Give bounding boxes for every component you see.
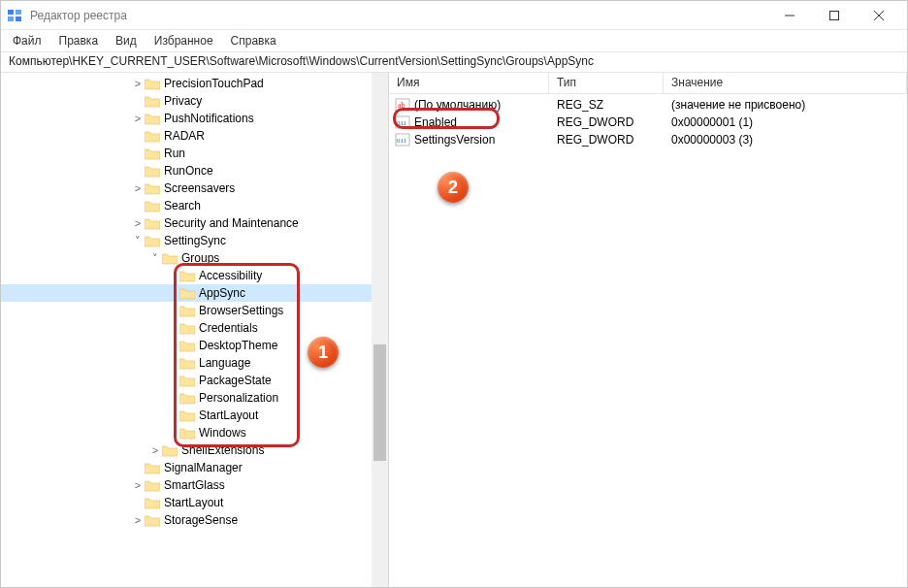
- tree-item[interactable]: >StorageSense: [1, 511, 388, 529]
- value-name: (По умолчанию): [414, 98, 501, 112]
- value-type: REG_DWORD: [549, 115, 664, 129]
- tree-item[interactable]: StartLayout: [1, 407, 388, 424]
- expand-icon[interactable]: ˅: [131, 235, 145, 247]
- tree-item-label: RunOnce: [164, 164, 213, 178]
- expand-icon[interactable]: >: [148, 444, 162, 456]
- tree-item[interactable]: AppSync: [1, 284, 388, 302]
- values-header: Имя Тип Значение: [389, 73, 907, 94]
- menu-edit[interactable]: Правка: [51, 32, 107, 49]
- svg-rect-2: [8, 16, 14, 21]
- tree-item-label: AppSync: [199, 286, 245, 300]
- value-data: 0x00000003 (3): [664, 133, 907, 147]
- tree-item[interactable]: >SmartGlass: [1, 476, 388, 494]
- tree-item-label: Credentials: [199, 321, 258, 335]
- value-row[interactable]: 011EnabledREG_DWORD0x00000001 (1): [389, 114, 907, 131]
- tree-item[interactable]: Search: [1, 197, 388, 214]
- expand-icon[interactable]: >: [131, 217, 145, 229]
- tree-item[interactable]: >Security and Maintenance: [1, 214, 388, 232]
- tree-item[interactable]: BrowserSettings: [1, 302, 388, 319]
- svg-rect-3: [16, 16, 21, 21]
- tree-item[interactable]: Windows: [1, 424, 388, 441]
- menu-help[interactable]: Справка: [223, 32, 284, 49]
- menubar: Файл Правка Вид Избранное Справка: [1, 30, 907, 51]
- tree-item[interactable]: Accessibility: [1, 267, 388, 284]
- tree-item-label: StorageSense: [164, 513, 238, 527]
- expand-icon[interactable]: >: [131, 479, 145, 491]
- tree-item-label: PushNotifications: [164, 112, 254, 125]
- minimize-button[interactable]: [767, 1, 812, 30]
- tree-item[interactable]: ˅Groups: [1, 249, 388, 267]
- tree-item-label: Security and Maintenance: [164, 216, 299, 230]
- folder-icon: [145, 94, 160, 108]
- menu-favorites[interactable]: Избранное: [146, 32, 221, 49]
- tree-item[interactable]: >PrecisionTouchPad: [1, 75, 388, 92]
- value-name: Enabled: [414, 115, 457, 129]
- tree-item-label: Accessibility: [199, 269, 262, 282]
- folder-icon: [145, 234, 160, 247]
- tree-item[interactable]: >Screensavers: [1, 180, 388, 197]
- value-name: SettingsVersion: [414, 133, 495, 147]
- col-name[interactable]: Имя: [389, 73, 549, 93]
- regedit-window: Редактор реестра Файл Правка Вид Избранн…: [0, 0, 908, 588]
- window-controls: [767, 1, 901, 30]
- folder-icon: [145, 496, 160, 509]
- content-area: >PrecisionTouchPadPrivacy>PushNotificati…: [1, 73, 907, 587]
- tree-item-label: Language: [199, 356, 250, 370]
- folder-icon: [179, 408, 195, 422]
- tree-item-label: DesktopTheme: [199, 339, 277, 352]
- tree-item[interactable]: >ShellExtensions: [1, 441, 388, 459]
- tree-item[interactable]: >PushNotifications: [1, 110, 388, 127]
- tree-item[interactable]: ˅SettingSync: [1, 232, 388, 249]
- tree-item-label: Windows: [199, 426, 246, 440]
- expand-icon[interactable]: >: [131, 514, 145, 526]
- folder-icon: [145, 112, 160, 125]
- expand-icon[interactable]: >: [131, 78, 145, 89]
- tree-item-label: SignalManager: [164, 461, 243, 474]
- menu-file[interactable]: Файл: [5, 32, 49, 49]
- tree-item[interactable]: Privacy: [1, 92, 388, 110]
- folder-icon: [179, 286, 195, 300]
- address-bar[interactable]: Компьютер\HKEY_CURRENT_USER\Software\Mic…: [1, 51, 907, 73]
- tree-item-label: StartLayout: [199, 408, 258, 422]
- maximize-button[interactable]: [812, 1, 857, 30]
- expand-icon[interactable]: >: [131, 113, 145, 124]
- tree-item[interactable]: Run: [1, 145, 388, 162]
- values-list[interactable]: ab(По умолчанию)REG_SZ(значение не присв…: [389, 94, 907, 587]
- tree-item-label: PrecisionTouchPad: [164, 77, 264, 90]
- dword-icon: 011: [395, 115, 410, 129]
- tree-scrollbar[interactable]: [372, 73, 388, 587]
- tree-item-label: Search: [164, 199, 201, 212]
- folder-icon: [145, 216, 160, 230]
- col-value[interactable]: Значение: [664, 73, 907, 93]
- tree-item-label: Screensavers: [164, 181, 235, 195]
- tree-item[interactable]: StartLayout: [1, 494, 388, 511]
- expand-icon[interactable]: ˅: [148, 252, 162, 265]
- folder-icon: [145, 147, 160, 160]
- value-data: 0x00000001 (1): [664, 115, 907, 129]
- col-type[interactable]: Тип: [549, 73, 664, 93]
- tree-item[interactable]: RADAR: [1, 127, 388, 145]
- tree-item[interactable]: Personalization: [1, 389, 388, 407]
- value-row[interactable]: ab(По умолчанию)REG_SZ(значение не присв…: [389, 96, 907, 114]
- regedit-icon: [7, 8, 22, 23]
- tree-item-label: Personalization: [199, 391, 278, 405]
- tree-item-label: Groups: [181, 251, 219, 265]
- tree-item[interactable]: Language: [1, 354, 388, 372]
- tree-item[interactable]: RunOnce: [1, 162, 388, 180]
- folder-icon: [145, 478, 160, 492]
- close-button[interactable]: [857, 1, 901, 30]
- registry-tree[interactable]: >PrecisionTouchPadPrivacy>PushNotificati…: [1, 73, 388, 531]
- scrollbar-thumb[interactable]: [373, 344, 386, 461]
- tree-item[interactable]: Credentials: [1, 319, 388, 337]
- menu-view[interactable]: Вид: [108, 32, 145, 49]
- window-title: Редактор реестра: [30, 9, 767, 22]
- expand-icon[interactable]: >: [131, 182, 145, 194]
- svg-text:011: 011: [397, 137, 407, 145]
- tree-item[interactable]: PackageState: [1, 372, 388, 389]
- folder-icon: [179, 391, 195, 405]
- tree-item[interactable]: SignalManager: [1, 459, 388, 476]
- tree-item[interactable]: DesktopTheme: [1, 337, 388, 354]
- value-row[interactable]: 011SettingsVersionREG_DWORD0x00000003 (3…: [389, 131, 907, 148]
- folder-icon: [179, 339, 195, 352]
- svg-rect-1: [16, 10, 21, 15]
